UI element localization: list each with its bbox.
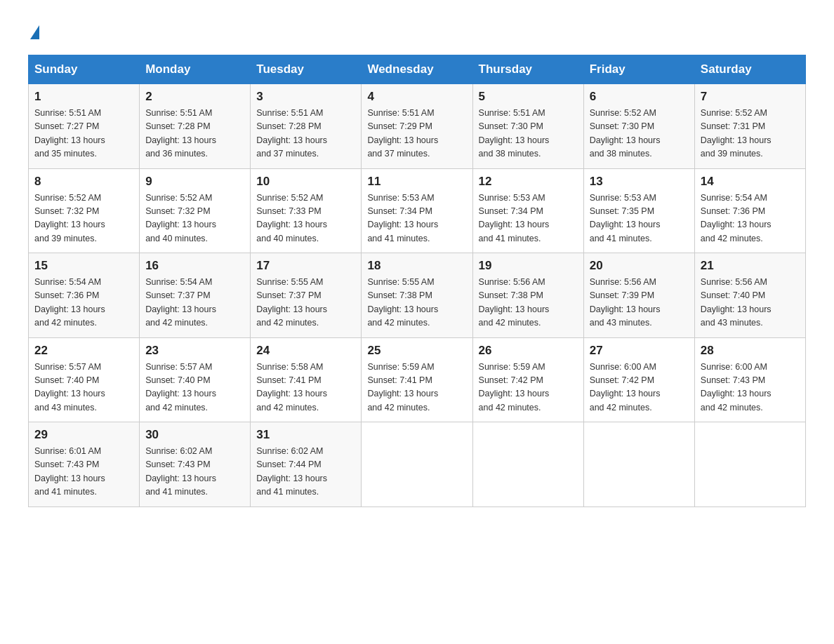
day-number: 12 — [479, 175, 578, 189]
header-row: SundayMondayTuesdayWednesdayThursdayFrid… — [29, 55, 806, 84]
week-row-5: 29Sunrise: 6:01 AMSunset: 7:43 PMDayligh… — [29, 422, 806, 507]
day-number: 28 — [701, 344, 800, 358]
header-cell-monday: Monday — [140, 55, 251, 84]
calendar-cell: 16Sunrise: 5:54 AMSunset: 7:37 PMDayligh… — [140, 253, 251, 338]
day-number: 18 — [367, 259, 466, 273]
week-row-2: 8Sunrise: 5:52 AMSunset: 7:32 PMDaylight… — [29, 168, 806, 253]
day-number: 30 — [145, 428, 244, 442]
day-info: Sunrise: 6:00 AMSunset: 7:43 PMDaylight:… — [701, 362, 772, 412]
day-info: Sunrise: 5:51 AMSunset: 7:29 PMDaylight:… — [367, 108, 438, 159]
day-number: 16 — [145, 259, 244, 273]
day-info: Sunrise: 5:51 AMSunset: 7:27 PMDaylight:… — [34, 108, 105, 159]
day-info: Sunrise: 5:59 AMSunset: 7:41 PMDaylight:… — [367, 362, 438, 412]
calendar-cell: 3Sunrise: 5:51 AMSunset: 7:28 PMDaylight… — [251, 84, 362, 169]
week-row-3: 15Sunrise: 5:54 AMSunset: 7:36 PMDayligh… — [29, 253, 806, 338]
day-number: 9 — [145, 175, 244, 189]
day-number: 25 — [367, 344, 466, 358]
day-info: Sunrise: 5:54 AMSunset: 7:36 PMDaylight:… — [701, 193, 772, 243]
day-info: Sunrise: 5:54 AMSunset: 7:36 PMDaylight:… — [34, 277, 105, 328]
calendar-cell — [472, 422, 583, 507]
day-info: Sunrise: 5:57 AMSunset: 7:40 PMDaylight:… — [34, 362, 105, 412]
calendar-cell: 21Sunrise: 5:56 AMSunset: 7:40 PMDayligh… — [694, 253, 805, 338]
day-number: 11 — [367, 175, 466, 189]
day-info: Sunrise: 6:02 AMSunset: 7:43 PMDaylight:… — [145, 446, 216, 497]
calendar-cell: 30Sunrise: 6:02 AMSunset: 7:43 PMDayligh… — [140, 422, 251, 507]
calendar-cell: 2Sunrise: 5:51 AMSunset: 7:28 PMDaylight… — [140, 84, 251, 169]
calendar-cell: 22Sunrise: 5:57 AMSunset: 7:40 PMDayligh… — [29, 337, 140, 422]
day-number: 31 — [256, 428, 355, 442]
day-info: Sunrise: 5:51 AMSunset: 7:28 PMDaylight:… — [256, 108, 327, 159]
calendar-cell: 7Sunrise: 5:52 AMSunset: 7:31 PMDaylight… — [694, 84, 805, 169]
header-cell-saturday: Saturday — [694, 55, 805, 84]
header-cell-sunday: Sunday — [29, 55, 140, 84]
calendar-cell: 1Sunrise: 5:51 AMSunset: 7:27 PMDaylight… — [29, 84, 140, 169]
calendar-cell: 8Sunrise: 5:52 AMSunset: 7:32 PMDaylight… — [29, 168, 140, 253]
calendar-table: SundayMondayTuesdayWednesdayThursdayFrid… — [28, 55, 806, 507]
day-info: Sunrise: 5:52 AMSunset: 7:33 PMDaylight:… — [256, 193, 327, 243]
day-number: 7 — [701, 90, 800, 104]
day-number: 15 — [34, 259, 133, 273]
calendar-body: 1Sunrise: 5:51 AMSunset: 7:27 PMDaylight… — [29, 84, 806, 507]
calendar-cell — [583, 422, 694, 507]
calendar-header: SundayMondayTuesdayWednesdayThursdayFrid… — [29, 55, 806, 84]
day-number: 4 — [367, 90, 466, 104]
day-info: Sunrise: 5:56 AMSunset: 7:40 PMDaylight:… — [701, 277, 772, 328]
header-cell-friday: Friday — [583, 55, 694, 84]
calendar-cell: 19Sunrise: 5:56 AMSunset: 7:38 PMDayligh… — [472, 253, 583, 338]
calendar-cell: 5Sunrise: 5:51 AMSunset: 7:30 PMDaylight… — [472, 84, 583, 169]
calendar-cell: 20Sunrise: 5:56 AMSunset: 7:39 PMDayligh… — [583, 253, 694, 338]
day-number: 29 — [34, 428, 133, 442]
day-info: Sunrise: 5:59 AMSunset: 7:42 PMDaylight:… — [479, 362, 550, 412]
day-info: Sunrise: 5:52 AMSunset: 7:32 PMDaylight:… — [145, 193, 216, 243]
day-info: Sunrise: 5:52 AMSunset: 7:31 PMDaylight:… — [701, 108, 772, 159]
calendar-cell: 15Sunrise: 5:54 AMSunset: 7:36 PMDayligh… — [29, 253, 140, 338]
calendar-cell: 18Sunrise: 5:55 AMSunset: 7:38 PMDayligh… — [362, 253, 472, 338]
header-cell-tuesday: Tuesday — [251, 55, 362, 84]
calendar-cell: 29Sunrise: 6:01 AMSunset: 7:43 PMDayligh… — [29, 422, 140, 507]
day-number: 26 — [479, 344, 578, 358]
calendar-cell: 10Sunrise: 5:52 AMSunset: 7:33 PMDayligh… — [251, 168, 362, 253]
day-number: 10 — [256, 175, 355, 189]
calendar-cell: 31Sunrise: 6:02 AMSunset: 7:44 PMDayligh… — [251, 422, 362, 507]
calendar-cell: 13Sunrise: 5:53 AMSunset: 7:35 PMDayligh… — [583, 168, 694, 253]
day-number: 6 — [590, 90, 689, 104]
day-info: Sunrise: 6:02 AMSunset: 7:44 PMDaylight:… — [256, 446, 327, 497]
day-info: Sunrise: 5:51 AMSunset: 7:28 PMDaylight:… — [145, 108, 216, 159]
day-number: 27 — [590, 344, 689, 358]
calendar-cell: 14Sunrise: 5:54 AMSunset: 7:36 PMDayligh… — [694, 168, 805, 253]
calendar-cell: 12Sunrise: 5:53 AMSunset: 7:34 PMDayligh… — [472, 168, 583, 253]
day-info: Sunrise: 6:01 AMSunset: 7:43 PMDaylight:… — [34, 446, 105, 497]
day-number: 21 — [701, 259, 800, 273]
calendar-cell: 27Sunrise: 6:00 AMSunset: 7:42 PMDayligh… — [583, 337, 694, 422]
calendar-cell: 25Sunrise: 5:59 AMSunset: 7:41 PMDayligh… — [362, 337, 472, 422]
day-number: 1 — [34, 90, 133, 104]
day-info: Sunrise: 5:53 AMSunset: 7:34 PMDaylight:… — [479, 193, 550, 243]
calendar-cell: 23Sunrise: 5:57 AMSunset: 7:40 PMDayligh… — [140, 337, 251, 422]
day-number: 24 — [256, 344, 355, 358]
header — [28, 21, 806, 41]
week-row-4: 22Sunrise: 5:57 AMSunset: 7:40 PMDayligh… — [29, 337, 806, 422]
day-number: 23 — [145, 344, 244, 358]
day-info: Sunrise: 5:52 AMSunset: 7:32 PMDaylight:… — [34, 193, 105, 243]
day-number: 5 — [479, 90, 578, 104]
day-number: 19 — [479, 259, 578, 273]
day-info: Sunrise: 5:54 AMSunset: 7:37 PMDaylight:… — [145, 277, 216, 328]
calendar-cell — [362, 422, 472, 507]
calendar-cell: 9Sunrise: 5:52 AMSunset: 7:32 PMDaylight… — [140, 168, 251, 253]
calendar-cell: 24Sunrise: 5:58 AMSunset: 7:41 PMDayligh… — [251, 337, 362, 422]
day-number: 14 — [701, 175, 800, 189]
day-info: Sunrise: 6:00 AMSunset: 7:42 PMDaylight:… — [590, 362, 661, 412]
logo — [28, 21, 39, 41]
day-info: Sunrise: 5:56 AMSunset: 7:39 PMDaylight:… — [590, 277, 661, 328]
day-info: Sunrise: 5:55 AMSunset: 7:38 PMDaylight:… — [367, 277, 438, 328]
day-number: 2 — [145, 90, 244, 104]
calendar-cell: 11Sunrise: 5:53 AMSunset: 7:34 PMDayligh… — [362, 168, 472, 253]
day-number: 17 — [256, 259, 355, 273]
day-info: Sunrise: 5:56 AMSunset: 7:38 PMDaylight:… — [479, 277, 550, 328]
day-info: Sunrise: 5:53 AMSunset: 7:34 PMDaylight:… — [367, 193, 438, 243]
header-cell-thursday: Thursday — [472, 55, 583, 84]
calendar-cell — [694, 422, 805, 507]
day-number: 13 — [590, 175, 689, 189]
calendar-cell: 26Sunrise: 5:59 AMSunset: 7:42 PMDayligh… — [472, 337, 583, 422]
day-info: Sunrise: 5:51 AMSunset: 7:30 PMDaylight:… — [479, 108, 550, 159]
